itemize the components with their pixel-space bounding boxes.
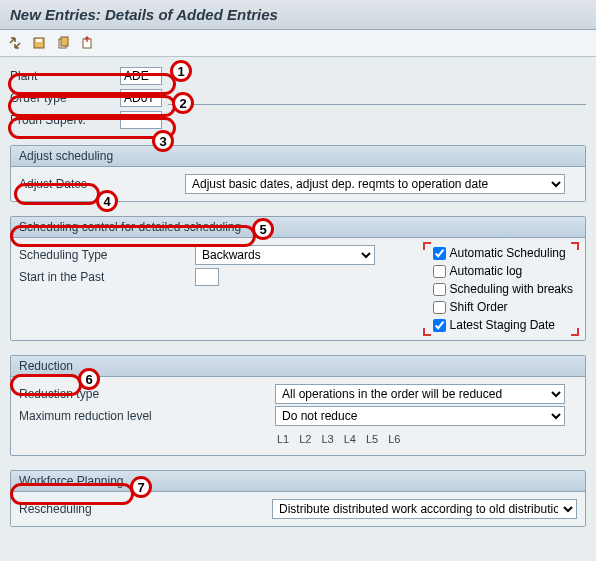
max-reduction-label: Maximum reduction level xyxy=(19,409,269,423)
highlight-corner xyxy=(571,328,579,336)
toggle-icon[interactable] xyxy=(6,34,24,52)
svg-rect-1 xyxy=(36,39,42,42)
adjust-dates-select[interactable]: Adjust basic dates, adjust dep. reqmts t… xyxy=(185,174,565,194)
highlight-corner xyxy=(571,242,579,250)
highlight-corner xyxy=(423,328,431,336)
page-title: New Entries: Details of Added Entries xyxy=(0,0,596,30)
export-icon[interactable] xyxy=(78,34,96,52)
divider xyxy=(168,104,586,105)
workforce-planning-group: Workforce Planning Rescheduling Distribu… xyxy=(10,470,586,527)
scheduling-control-group: Scheduling control for detailed scheduli… xyxy=(10,216,586,341)
latest-staging-check[interactable]: Latest Staging Date xyxy=(433,318,573,332)
rescheduling-label: Rescheduling xyxy=(19,502,266,516)
shift-order-label: Shift Order xyxy=(450,300,508,314)
copy-icon[interactable] xyxy=(54,34,72,52)
highlight-corner xyxy=(423,242,431,250)
shift-order-checkbox[interactable] xyxy=(433,301,446,314)
reduction-type-label: Reduction type xyxy=(19,387,269,401)
automatic-log-checkbox[interactable] xyxy=(433,265,446,278)
adjust-scheduling-title: Adjust scheduling xyxy=(11,146,585,167)
save-icon[interactable] xyxy=(30,34,48,52)
workforce-planning-title: Workforce Planning xyxy=(11,471,585,492)
order-type-label: Order type xyxy=(10,91,120,105)
prodn-superv-label: Prodn Superv. xyxy=(10,113,120,127)
level-l3: L3 xyxy=(322,433,334,445)
adjust-scheduling-group: Adjust scheduling Adjust Dates Adjust ba… xyxy=(10,145,586,202)
automatic-log-check[interactable]: Automatic log xyxy=(433,264,573,278)
scheduling-breaks-checkbox[interactable] xyxy=(433,283,446,296)
rescheduling-select[interactable]: Distribute distributed work according to… xyxy=(272,499,577,519)
order-type-input[interactable] xyxy=(120,89,162,107)
svg-rect-3 xyxy=(61,37,68,46)
automatic-log-label: Automatic log xyxy=(450,264,523,278)
scheduling-breaks-check[interactable]: Scheduling with breaks xyxy=(433,282,573,296)
latest-staging-checkbox[interactable] xyxy=(433,319,446,332)
automatic-scheduling-label: Automatic Scheduling xyxy=(450,246,566,260)
level-l4: L4 xyxy=(344,433,356,445)
shift-order-check[interactable]: Shift Order xyxy=(433,300,573,314)
scheduling-type-label: Scheduling Type xyxy=(19,248,189,262)
prodn-superv-input[interactable] xyxy=(120,111,162,129)
level-l1: L1 xyxy=(277,433,289,445)
plant-label: Plant xyxy=(10,69,120,83)
scheduling-type-select[interactable]: Backwards xyxy=(195,245,375,265)
reduction-group: Reduction Reduction type All operations … xyxy=(10,355,586,456)
start-in-past-label: Start in the Past xyxy=(19,270,189,284)
level-l5: L5 xyxy=(366,433,378,445)
latest-staging-label: Latest Staging Date xyxy=(450,318,555,332)
level-l2: L2 xyxy=(299,433,311,445)
max-reduction-select[interactable]: Do not reduce xyxy=(275,406,565,426)
start-in-past-input[interactable] xyxy=(195,268,219,286)
automatic-scheduling-check[interactable]: Automatic Scheduling xyxy=(433,246,573,260)
level-l6: L6 xyxy=(388,433,400,445)
toolbar xyxy=(0,30,596,57)
plant-input[interactable] xyxy=(120,67,162,85)
reduction-type-select[interactable]: All operations in the order will be redu… xyxy=(275,384,565,404)
adjust-dates-label: Adjust Dates xyxy=(19,177,179,191)
reduction-levels: L1 L2 L3 L4 L5 L6 xyxy=(277,433,401,445)
scheduling-breaks-label: Scheduling with breaks xyxy=(450,282,573,296)
reduction-title: Reduction xyxy=(11,356,585,377)
scheduling-control-title: Scheduling control for detailed scheduli… xyxy=(11,217,585,238)
automatic-scheduling-checkbox[interactable] xyxy=(433,247,446,260)
